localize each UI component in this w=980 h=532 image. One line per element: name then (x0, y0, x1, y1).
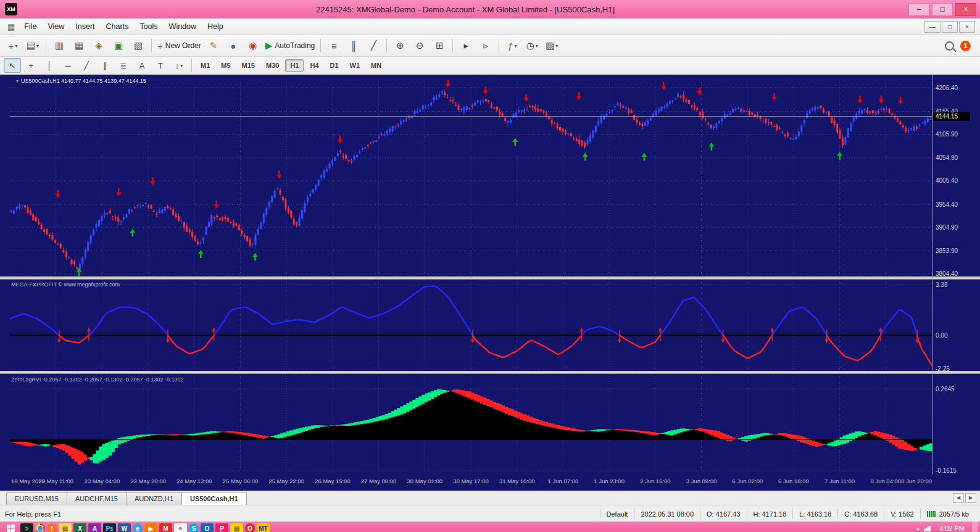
auto-scroll-button[interactable]: ▸ (457, 38, 475, 54)
vertical-line-icon: │ (47, 61, 52, 70)
taskbar-icon-opera[interactable]: O (245, 523, 255, 532)
chart-minimize-button[interactable]: — (924, 21, 941, 33)
data-window-button[interactable]: ▦ (70, 38, 88, 54)
menu-window[interactable]: Window (164, 20, 202, 33)
tab-audchf-m15[interactable]: AUDCHF,M15 (67, 492, 127, 505)
timeframe-h1-button[interactable]: H1 (285, 59, 304, 72)
chart-line-button[interactable]: ╱ (364, 38, 383, 54)
candle-body (441, 91, 443, 93)
timeframe-mn-button[interactable]: MN (366, 59, 386, 72)
tab-scroll-right-button[interactable]: ▶ (965, 493, 976, 503)
new-chart-button[interactable]: +▾ (4, 38, 22, 54)
crosshair-button[interactable]: + (22, 58, 39, 73)
equidistant-channel-button[interactable]: ∥ (96, 58, 114, 73)
templates-button[interactable]: ▨▾ (542, 38, 561, 54)
fibonacci-retracement-button[interactable]: ≣ (115, 58, 132, 73)
tab-scroll-left-button[interactable]: ◀ (953, 493, 964, 503)
text-button[interactable]: A (133, 58, 151, 73)
menu-view[interactable]: View (42, 20, 70, 33)
market-watch-button[interactable]: ▥ (50, 38, 69, 54)
taskbar-icon-console[interactable]: > (20, 523, 33, 532)
chart-window[interactable]: 4206.404155.404105.904054.904005.403954.… (0, 75, 980, 491)
taskbar-icon-sticky-notes[interactable]: ▤ (230, 523, 243, 532)
metaeditor-button[interactable]: ✎ (204, 38, 223, 54)
timeframe-m30-button[interactable]: M30 (261, 59, 284, 72)
tab-audnzd-h1[interactable]: AUDNZD,H1 (126, 492, 182, 505)
candle-body (438, 94, 440, 97)
terminal-button[interactable]: ▣ (109, 38, 128, 54)
market-button[interactable]: ◉ (244, 38, 262, 54)
navigator-button[interactable]: ◈ (89, 38, 108, 54)
minimize-button[interactable]: – (908, 3, 929, 16)
rvi-ribbon (625, 430, 628, 431)
horizontal-line-button[interactable]: ─ (59, 58, 77, 73)
rvi-ribbon (628, 430, 631, 431)
panel-separator[interactable] (0, 276, 980, 279)
autotrading-button[interactable]: ▶AutoTrading (264, 38, 317, 54)
show-desktop-button[interactable] (973, 522, 978, 532)
taskbar-icon-file-explorer[interactable]: ▤ (59, 523, 72, 532)
restore-button[interactable]: □ (932, 3, 953, 16)
periods-button[interactable]: ◷▾ (523, 38, 541, 54)
candle-body (254, 235, 256, 244)
chart-shift-button[interactable]: ▹ (476, 38, 495, 54)
menu-help[interactable]: Help (202, 20, 229, 33)
cursor-button[interactable]: ↖ (4, 58, 21, 73)
timeframe-h4-button[interactable]: H4 (305, 59, 323, 72)
arrows-tool-button[interactable]: ↓▾ (170, 58, 188, 73)
taskbar-icon-chrome[interactable] (35, 523, 45, 532)
start-button[interactable] (2, 523, 19, 532)
network-icon[interactable] (924, 525, 931, 531)
taskbar-icon-gmail[interactable]: M (159, 523, 172, 532)
timeframe-d1-button[interactable]: D1 (325, 59, 344, 72)
profiles-button[interactable]: ▤▾ (23, 38, 42, 54)
indicators-button[interactable]: ƒ▾ (503, 38, 521, 54)
new-order-button[interactable]: +New Order (156, 38, 203, 54)
tray-chevron-icon[interactable]: ▴ (917, 525, 920, 531)
menu-insert[interactable]: Insert (70, 20, 100, 33)
trendline-button[interactable]: ╱ (78, 58, 95, 73)
taskbar-clock[interactable]: 4:02 PM (939, 525, 965, 532)
taskbar-icon-word[interactable]: W (118, 523, 131, 532)
taskbar-icon-skype[interactable]: S (189, 523, 199, 532)
taskbar-icon-onedrive[interactable]: O (201, 523, 214, 532)
chart-canvas[interactable]: 4206.404155.404105.904054.904005.403954.… (0, 75, 980, 491)
taskbar-icon-paint[interactable]: P (215, 523, 228, 532)
taskbar-icon-firefox[interactable]: f (47, 523, 57, 532)
taskbar-icon-notepad[interactable]: ≡ (174, 523, 187, 532)
panel-separator[interactable] (0, 371, 980, 373)
status-profile[interactable]: Default (600, 509, 634, 520)
zoom-in-button[interactable]: ⊕ (391, 38, 409, 54)
strategy-tester-button[interactable]: ▧ (129, 38, 147, 54)
menu-charts[interactable]: Charts (101, 20, 135, 33)
taskbar-icon-access[interactable]: A (88, 523, 101, 532)
search-icon[interactable] (945, 41, 954, 51)
zoom-out-button[interactable]: ⊖ (410, 38, 429, 54)
chart-bars-button[interactable]: ≡ (325, 38, 343, 54)
timeframe-m5-button[interactable]: M5 (216, 59, 235, 72)
collapse-icon[interactable]: ▾ (16, 78, 19, 84)
mql5-community-button[interactable]: ● (224, 38, 243, 54)
notification-badge[interactable]: 1 (960, 41, 971, 51)
menu-tools[interactable]: Tools (134, 20, 163, 33)
taskbar-icon-metatrader[interactable]: MT (257, 523, 270, 532)
chart-candlesticks-button[interactable]: ║ (344, 38, 363, 54)
menu-file[interactable]: File (19, 20, 42, 33)
timeframe-m1-button[interactable]: M1 (196, 59, 215, 72)
rvi-base-area (483, 405, 487, 440)
close-button[interactable]: × (955, 3, 976, 16)
text-label-button[interactable]: T (152, 58, 169, 73)
taskbar-icon-photoshop[interactable]: Ps (103, 523, 116, 532)
vertical-line-button[interactable]: │ (41, 58, 58, 73)
taskbar-icon-excel[interactable]: X (73, 523, 86, 532)
rvi-base-area (631, 431, 634, 439)
chart-close-button[interactable]: × (959, 21, 975, 33)
tile-windows-button[interactable]: ⊞ (430, 38, 449, 54)
tab-eurusd-m15[interactable]: EURUSD,M15 (6, 492, 67, 505)
taskbar-icon-media-player[interactable]: ▶ (144, 523, 157, 532)
timeframe-w1-button[interactable]: W1 (345, 59, 365, 72)
rvi-ribbon (314, 425, 318, 428)
timeframe-m15-button[interactable]: M15 (237, 59, 260, 72)
tab-us500cash-h1[interactable]: US500Cash,H1 (181, 492, 247, 505)
taskbar-icon-internet-explorer[interactable]: e (133, 523, 143, 532)
